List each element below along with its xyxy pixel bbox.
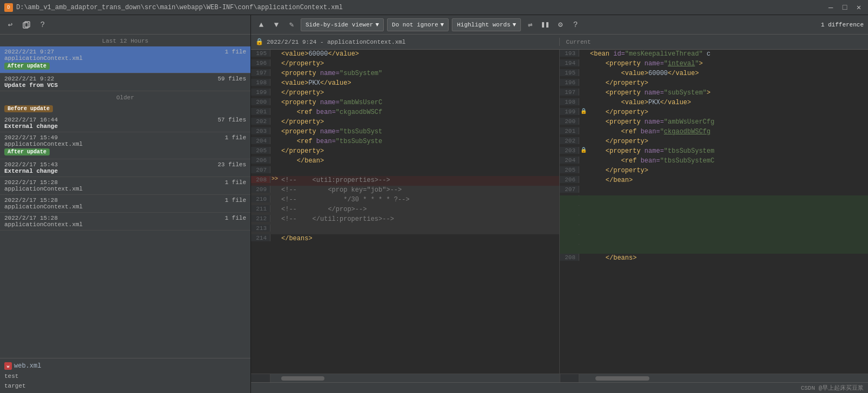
target-nav-item[interactable]: target xyxy=(4,381,246,391)
list-item[interactable]: 2022/2/17 15:43 23 files External change xyxy=(0,159,250,177)
main-layout: ↩ ? Last 12 Hours 2022/2/21 9:27 1 file … xyxy=(0,15,868,393)
line-content: <!-- <prop key="job">--> xyxy=(279,186,559,194)
nav-down-button[interactable]: ▼ xyxy=(270,19,282,31)
list-item[interactable]: 2022/2/21 9:27 1 file applicationContext… xyxy=(0,46,250,73)
line-content: </property> xyxy=(588,108,866,117)
badge-after: After update xyxy=(4,63,50,70)
history-count: 1 file xyxy=(225,197,246,204)
line-number: 193 xyxy=(560,50,579,57)
nav-edit-button[interactable]: ✎ xyxy=(286,19,297,31)
table-row: 208 >> <!-- <util:properties>--> xyxy=(251,176,559,186)
line-content: <value>PKX</value> xyxy=(279,79,559,87)
maximize-button[interactable]: □ xyxy=(840,3,850,12)
line-number: 201 xyxy=(560,127,579,134)
scrollbar-area[interactable] xyxy=(251,374,868,382)
web-xml-label: web.xml xyxy=(14,362,41,370)
badge-after: After update xyxy=(4,148,50,155)
line-number: 206 xyxy=(560,176,579,183)
section-older: Older xyxy=(0,91,250,103)
ignore-dropdown-arrow: ▼ xyxy=(440,22,444,28)
history-count: 59 files xyxy=(218,76,246,82)
line-content: </bean> xyxy=(279,157,559,165)
list-item[interactable]: 2022/2/21 9:22 59 files Update from VCS xyxy=(0,73,250,91)
table-row: 195 <value>60000</value> xyxy=(251,50,559,59)
table-row: 204 <ref bean="tbsSubSyste xyxy=(251,137,559,147)
diff-header: 🔒 2022/2/21 9:24 - applicationContext.xm… xyxy=(251,35,868,50)
list-item[interactable]: 2022/2/17 16:44 57 files External change xyxy=(0,114,250,132)
list-item[interactable]: 2022/2/17 15:28 1 file applicationContex… xyxy=(0,177,250,195)
badge-before: Before update xyxy=(4,105,53,112)
table-row: 211 <!-- </prop>--> xyxy=(251,205,559,215)
highlight-dropdown-arrow: ▼ xyxy=(513,22,517,28)
line-content xyxy=(588,234,866,235)
sidebar-history-list[interactable]: Last 12 Hours 2022/2/21 9:27 1 file appl… xyxy=(0,35,250,358)
line-number: 214 xyxy=(251,234,270,241)
settings-button[interactable]: ⚙ xyxy=(554,19,566,31)
line-gutter: 🔒 xyxy=(579,108,588,114)
table-row: 210 <!-- */30 * * * * ?--> xyxy=(251,195,559,205)
columns-button[interactable] xyxy=(539,19,551,31)
table-row: 212 <!-- </util:properties>--> xyxy=(251,215,559,225)
line-number xyxy=(560,205,579,206)
line-content xyxy=(588,186,866,187)
history-name: External change xyxy=(4,168,246,174)
diff-left-pane[interactable]: 195 <value>60000</value> 196 </property>… xyxy=(251,50,560,374)
left-scrollbar-track[interactable] xyxy=(270,374,560,382)
highlight-dropdown[interactable]: Highlight words ▼ xyxy=(452,18,521,31)
nav-up-button[interactable]: ▲ xyxy=(255,19,267,31)
line-number: 208 xyxy=(251,176,270,183)
table-row xyxy=(560,215,868,225)
line-content: <ref bean="tbsSubSystemC xyxy=(588,157,866,165)
history-date: 2022/2/21 9:22 xyxy=(4,76,54,82)
line-number: 205 xyxy=(251,147,270,154)
line-content: <property name="inteval"> xyxy=(588,59,866,68)
line-content: <ref bean="ckgaodbWSCf xyxy=(279,108,559,117)
minimize-button[interactable]: — xyxy=(826,3,836,12)
line-content xyxy=(588,195,866,196)
copy-button[interactable] xyxy=(21,19,32,31)
ignore-dropdown[interactable]: Do not ignore ▼ xyxy=(387,18,449,31)
help-diff-button[interactable]: ? xyxy=(569,19,581,31)
history-file: applicationContext.xml xyxy=(4,141,246,147)
test-nav-item[interactable]: test xyxy=(4,371,246,381)
line-content: </property> xyxy=(279,118,559,126)
line-content: </property> xyxy=(588,166,866,175)
web-xml-item[interactable]: w web.xml xyxy=(4,361,246,371)
diff-right-pane[interactable]: 193 <bean id="mesKeepaliveThread" c 194 … xyxy=(560,50,868,374)
align-button[interactable]: ⇌ xyxy=(524,19,536,31)
line-number: 208 xyxy=(560,254,579,261)
list-item[interactable]: 2022/2/17 15:28 1 file applicationContex… xyxy=(0,195,250,213)
table-row: 200 <property name="ambWsUserCfg xyxy=(560,118,868,127)
diff-right-lines: 193 <bean id="mesKeepaliveThread" c 194 … xyxy=(560,50,868,263)
right-scrollbar-thumb[interactable] xyxy=(595,376,649,381)
left-scrollbar-thumb[interactable] xyxy=(281,376,324,381)
line-content xyxy=(279,225,559,226)
line-number: 204 xyxy=(251,137,270,144)
line-number: 196 xyxy=(251,59,270,66)
line-number: 199 xyxy=(560,108,579,115)
table-row: 205 </property> xyxy=(251,147,559,157)
line-number: 207 xyxy=(251,166,270,173)
diff-count: 1 difference xyxy=(821,22,864,28)
line-number: 199 xyxy=(251,89,270,96)
table-row: 213 xyxy=(251,225,559,234)
diff-viewer: ▲ ▼ ✎ Side-by-side viewer ▼ Do not ignor… xyxy=(251,15,868,393)
viewer-mode-dropdown[interactable]: Side-by-side viewer ▼ xyxy=(301,18,384,31)
line-number: 212 xyxy=(251,215,270,222)
table-row: 201 <ref bean="ckgaodbWSCf xyxy=(251,108,559,118)
list-item[interactable]: 2022/2/17 15:28 1 file applicationContex… xyxy=(0,213,250,231)
table-row: 199 </property> xyxy=(251,89,559,98)
right-scrollbar-track[interactable] xyxy=(579,374,869,382)
line-content: <property name="ambWsUserC xyxy=(279,98,559,107)
history-file: applicationContext.xml xyxy=(4,204,246,210)
history-date: 2022/2/17 15:28 xyxy=(4,179,58,186)
list-item[interactable]: 2022/2/17 15:49 1 file applicationContex… xyxy=(0,132,250,159)
help-button[interactable]: ? xyxy=(37,19,49,31)
history-file: applicationContext.xml xyxy=(4,55,246,62)
close-button[interactable]: ✕ xyxy=(854,3,864,12)
line-content: <ref bean="ckgaodbWSCfg xyxy=(588,127,866,136)
line-content: <value>60000</value> xyxy=(279,50,559,58)
line-content: </property> xyxy=(588,79,866,87)
diff-header-left: 🔒 2022/2/21 9:24 - applicationContext.xm… xyxy=(255,38,560,46)
undo-button[interactable]: ↩ xyxy=(4,19,16,31)
